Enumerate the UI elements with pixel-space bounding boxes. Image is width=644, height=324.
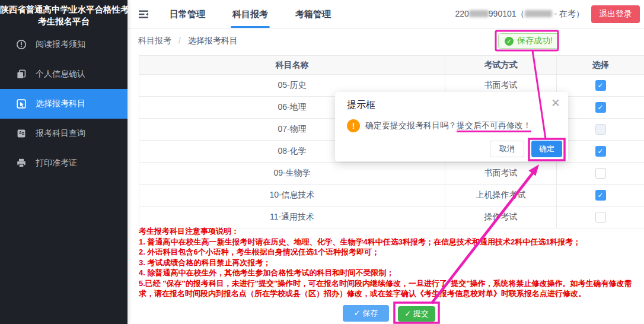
top-tabs: 日常管理科目报考考籍管理	[156, 0, 345, 29]
submit-button[interactable]: ✓ 提交	[398, 306, 435, 322]
redacted-name-block	[525, 10, 552, 17]
top-navbar: 日常管理科目报考考籍管理 220990101（ - 在考） 退出登录	[127, 0, 644, 29]
info-circle-icon	[16, 39, 27, 50]
subject-cell: 09-生物学	[139, 163, 445, 185]
note-line: 2. 外语科目包含6个小语种，考生根据自身情况任选1个语种报考即可；	[139, 247, 643, 258]
app-title-line2: 考生报名平台	[0, 15, 127, 27]
close-icon[interactable]: ✕	[551, 97, 560, 109]
sidebar-item-1[interactable]: 个人信息确认	[0, 59, 127, 89]
dialog-body: ! 确定要提交报考科目吗？提交后不可再修改！	[347, 119, 531, 132]
menu-fold-icon[interactable]	[137, 8, 150, 21]
sidebar-item-2[interactable]: 选择报考科目	[0, 89, 127, 119]
user-id-text: 220990101（ - 在考）	[455, 9, 584, 20]
user-info: 220990101（ - 在考） 退出登录	[455, 5, 644, 23]
logout-button[interactable]: 退出登录	[591, 5, 640, 23]
toast-text: 保存成功!	[517, 36, 553, 46]
sidebar-item-label: 阅读报考须知	[36, 39, 85, 50]
confirm-dialog: 提示框 ✕ ! 确定要提交报考科目吗？提交后不可再修改！ 取消 确定	[335, 92, 568, 161]
table-header-row: 科目名称 考试方式 选择	[139, 56, 644, 75]
sidebar-item-label: 报考科目查询	[36, 128, 85, 139]
column-subject-name: 科目名称	[139, 56, 445, 75]
app-title: 陕西省普通高中学业水平合格性考试 考生报名平台	[0, 0, 127, 27]
printer-icon	[16, 158, 27, 169]
select-cell: ✓	[557, 75, 644, 97]
exam-notes: 考生报考科目注意事项说明： 1. 普通高中在校生高一新生报考时请在历史、地理、化…	[139, 226, 643, 299]
subject-checkbox[interactable]: ✓	[595, 190, 606, 201]
select-cell: ✓	[557, 141, 644, 163]
note-line: 1. 普通高中在校生高一新生报考时请在历史、地理、化学、生物学4科中任选3科报考…	[139, 237, 643, 247]
sidebar-item-label: 选择报考科目	[36, 99, 85, 109]
svg-text:A: A	[19, 131, 22, 135]
breadcrumb: 科目报考 / 选择报考科目	[138, 36, 238, 46]
subject-checkbox[interactable]	[595, 168, 606, 179]
sidebar-item-0[interactable]: 阅读报考须知	[0, 30, 127, 59]
dialog-title: 提示框	[347, 99, 375, 112]
subject-checkbox[interactable]: ✓	[595, 80, 606, 91]
method-cell: 操作考试	[445, 207, 557, 228]
sidebar-item-label: 打印准考证	[36, 158, 77, 169]
sidebar-item-4[interactable]: 打印准考证	[0, 148, 127, 178]
select-cell	[557, 207, 644, 228]
sidebar-item-label: 个人信息确认	[36, 69, 85, 80]
table-row: 09-生物学书面考试	[139, 163, 644, 185]
document-icon: A	[16, 128, 27, 139]
column-exam-method: 考试方式	[445, 56, 557, 75]
copy-icon	[16, 69, 27, 80]
tab-1[interactable]: 科目报考	[219, 0, 282, 29]
save-success-toast: ✓ 保存成功!	[498, 33, 559, 49]
note-line: 4. 除普通高中在校生外，其他考生参加合格性考试的科目和时间不受限制；	[139, 268, 643, 278]
breadcrumb-current: 选择报考科目	[188, 36, 238, 45]
breadcrumb-parent[interactable]: 科目报考	[138, 36, 171, 45]
note-line: 3. 考试成绩合格的科目禁止再次报考；	[139, 258, 643, 268]
sidebar-menu: 阅读报考须知个人信息确认选择报考科目A报考科目查询打印准考证	[0, 30, 127, 178]
select-cell	[557, 163, 644, 185]
redacted-id-block	[469, 10, 489, 17]
save-button[interactable]: ✓ 保存	[343, 305, 389, 322]
annotated-emphasis-text: 提交后不可再修改！	[457, 120, 531, 132]
subject-checkbox[interactable]	[595, 124, 606, 135]
subject-checkbox[interactable]: ✓	[595, 146, 606, 157]
select-cell	[557, 119, 644, 141]
select-cell: ✓	[557, 97, 644, 119]
method-cell: 书面考试	[445, 163, 557, 185]
subject-cell: 10-信息技术	[139, 185, 445, 207]
subject-cell: 11-通用技术	[139, 207, 445, 228]
sidebar-item-3[interactable]: A报考科目查询	[0, 119, 127, 148]
exam-registration-app: 陕西省普通高中学业水平合格性考试 考生报名平台 阅读报考须知个人信息确认选择报考…	[0, 0, 644, 324]
select-cell: ✓	[557, 185, 644, 207]
tab-0[interactable]: 日常管理	[156, 0, 219, 29]
warning-icon: !	[347, 119, 360, 132]
note-line: 5.已经 "保存"的报考科目，未进行"提交"操作时，可在报名时间段内继续修改，一…	[139, 278, 643, 299]
table-row: 11-通用技术操作考试	[139, 207, 644, 228]
subject-checkbox[interactable]	[595, 212, 606, 223]
table-row: 10-信息技术上机操作考试✓	[139, 185, 644, 207]
method-cell: 上机操作考试	[445, 185, 557, 207]
column-select: 选择	[557, 56, 644, 75]
app-title-line1: 陕西省普通高中学业水平合格性考试	[0, 4, 127, 15]
dialog-message: 确定要提交报考科目吗？提交后不可再修改！	[365, 120, 531, 131]
subject-checkbox[interactable]: ✓	[595, 102, 606, 113]
notes-title: 考生报考科目注意事项说明：	[139, 226, 643, 237]
cancel-button[interactable]: 取消	[490, 141, 524, 157]
dialog-footer: 取消 确定	[490, 141, 562, 157]
check-circle-icon: ✓	[505, 37, 514, 46]
breadcrumb-separator: /	[178, 36, 181, 45]
tab-2[interactable]: 考籍管理	[282, 0, 345, 29]
sidebar: 陕西省普通高中学业水平合格性考试 考生报名平台 阅读报考须知个人信息确认选择报考…	[0, 0, 127, 324]
confirm-button[interactable]: 确定	[531, 141, 562, 157]
select-cursor-icon	[16, 99, 27, 109]
